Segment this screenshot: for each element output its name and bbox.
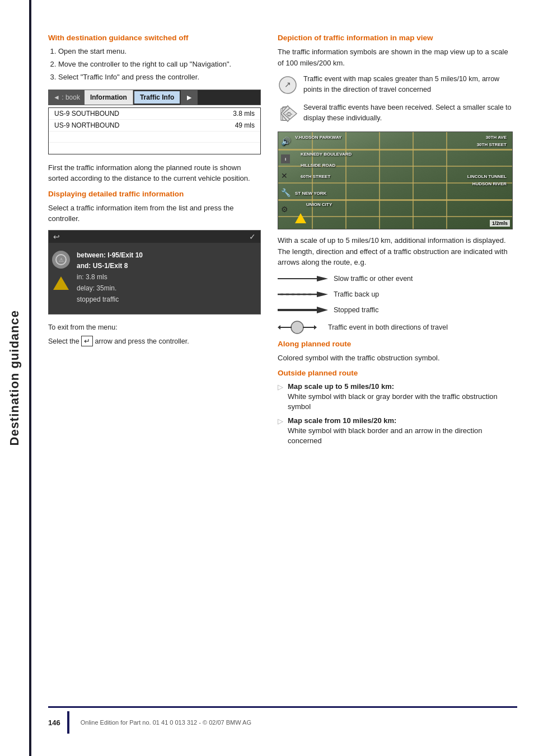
traffic-event-icon: ↗ [278,75,298,97]
outside-item-2-text: Map scale from 10 miles/20 km: White sym… [288,416,513,447]
outside-item-1: ▷ Map scale up to 5 miles/10 km: White s… [278,382,513,412]
along-route-heading: Along planned route [278,340,513,348]
traffic-list-box: US-9 SOUTHBOUND 3.8 mls US-9 NORTHBOUND … [48,107,261,154]
two-col-layout: With destination guidance switched off O… [48,34,517,453]
detail-icon-warning [53,276,69,290]
svg-marker-34 [314,325,317,330]
map-label-9: ST NEW YORK [295,191,326,196]
multiple-events-icon: ◁ ▷ [278,104,298,124]
traffic-symbol-stopped: Stopped traffic [278,305,513,315]
left-column: With destination guidance switched off O… [48,34,261,453]
footer-text: Online Edition for Part no. 01 41 0 013 … [81,719,251,726]
nav-arrow[interactable]: ► [181,90,198,105]
right-para2: With a scale of up to 5 miles/10 km, add… [278,235,513,268]
icon-item-2: ◁ ▷ Several traffic events have been rec… [278,102,513,124]
traffic-distance-2: 49 mls [235,121,255,129]
bullet-arrow-1: ▷ [278,382,283,412]
outside-item-2: ▷ Map scale from 10 miles/20 km: White s… [278,416,513,447]
traffic-row-2[interactable]: US-9 NORTHBOUND 49 mls [49,120,260,132]
map-wrench-icon: 🔧 [281,188,291,197]
traffic-symbol-slow: Slow traffic or other event [278,274,513,284]
outside-route-heading: Outside planned route [278,369,513,377]
page-footer: 146 Online Edition for Part no. 01 41 0 … [48,706,517,739]
summary-para: First the traffic information along the … [48,162,261,184]
map-icon-2: i [281,154,290,163]
traffic-backup-symbol [278,289,328,299]
svg-marker-13 [317,292,328,297]
map-label-8: HUDSON RIVER [472,181,507,186]
svg-marker-9 [317,276,328,281]
step-2: Move the controller to the right to call… [58,59,261,69]
svg-marker-21 [317,307,328,313]
steps-list: Open the start menu. Move the controller… [48,46,261,83]
traffic-route-1: US-9 SOUTHBOUND [54,110,119,118]
traffic-row-empty-1 [49,132,260,143]
main-content: With destination guidance switched off O… [31,0,534,756]
traffic-row-empty-2 [49,143,260,154]
nav-bar: ◄ : book Information Traffic Info ► [48,90,261,105]
nav-tab-trafficinfo[interactable]: Traffic Info [133,90,181,105]
outside-item-1-text: Map scale up to 5 miles/10 km: White sym… [288,382,513,412]
exit-instruction-rest: arrow and press the controller. [95,337,189,345]
map-x-icon: ✕ [281,171,288,180]
right-column: Depiction of traffic information in map … [278,34,513,453]
outside-item-1-desc: White symbol with black or gray border w… [288,392,498,411]
detail-status: stopped traffic [77,295,257,304]
section2-para: Select a traffic information item from t… [48,203,261,224]
map-image: V.HUDSON PARKWAY 30TH AVE 30TH STREET KE… [278,132,513,229]
traffic-backup-label: Traffic back up [334,290,379,298]
icon-item-1-text: Traffic event with map scales greater th… [303,74,513,95]
footer-divider [67,711,69,734]
map-speaker-icon: 🔊 [281,137,291,145]
nav-tab-information[interactable]: Information [85,90,133,105]
detail-icons-col: ⚠ [49,246,73,311]
bullet-arrow-2: ▷ [278,416,283,447]
map-warning-icon [295,213,306,223]
map-label-1: V.HUDSON PARKWAY [295,135,341,140]
right-intro-para: The traffic information symbols are show… [278,46,513,68]
sidebar: Destination guidance [0,0,29,756]
svg-marker-32 [278,325,280,330]
outside-route-list: ▷ Map scale up to 5 miles/10 km: White s… [278,382,513,446]
traffic-symbol-both: Traffic event in both directions of trav… [278,321,513,334]
svg-point-30 [291,321,303,334]
exit-text-label: To exit from the menu: [48,322,261,333]
outside-item-2-label: Map scale from 10 miles/20 km: [288,416,396,425]
exit-instruction: Select the ↵ arrow and press the control… [48,336,261,347]
map-label-10: UNION CITY [306,202,332,207]
detail-in: in: 3.8 mls [77,273,257,282]
icon-item-2-text: Several traffic events have been receive… [303,102,513,124]
stopped-traffic-symbol [278,305,328,315]
traffic-route-2: US-9 NORTHBOUND [54,121,119,129]
nav-back-label: ◄ : book [49,90,85,105]
map-label-4: KENNEDY BOULEVARD [301,152,352,157]
back-arrow-icon: ↵ [81,336,93,346]
both-directions-label: Traffic event in both directions of trav… [328,323,448,331]
page-number: 146 [48,719,60,727]
traffic-row-1[interactable]: US-9 SOUTHBOUND 3.8 mls [49,108,260,120]
detail-back-icon: ↩ [53,232,60,241]
map-label-2: 30TH AVE [486,135,507,140]
map-label-5: HILLSIDE ROAD [301,163,335,168]
section1-heading: With destination guidance switched off [48,34,261,42]
detail-header: ↩ ✓ [49,231,260,243]
map-scale: 1/2mls [490,220,510,227]
map-circle-icon: ⚙ [281,205,288,214]
detail-icon-circle: ⚠ [52,251,70,269]
svg-text:↗: ↗ [284,80,291,89]
along-route-para: Colored symbol with the traffic obstruct… [278,353,513,364]
slow-traffic-label: Slow traffic or other event [334,275,413,283]
detail-box: ↩ ✓ ⚠ between: I-95/Exit 10 and: US-1/ [48,230,261,314]
map-label-7: LINCOLN TUNNEL [467,174,507,179]
traffic-symbol-backup: Traffic back up [278,289,513,299]
detail-content: between: I-95/Exit 10 and: US-1/Exit 8 i… [73,246,260,311]
detail-between: between: I-95/Exit 10 [77,251,257,260]
detail-and: and: US-1/Exit 8 [77,261,257,271]
right-section1-heading: Depiction of traffic information in map … [278,34,513,42]
slow-traffic-symbol [278,274,328,284]
stopped-traffic-label: Stopped traffic [334,306,378,314]
map-label-6: 60TH STREET [301,174,330,179]
traffic-distance-1: 3.8 mls [233,110,255,118]
detail-delay: delay: 35min. [77,284,257,293]
detail-check-icon: ✓ [249,232,256,241]
